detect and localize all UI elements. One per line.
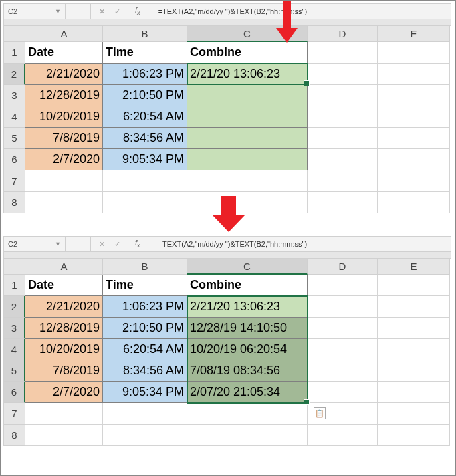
row-header[interactable]: 1 <box>4 42 25 64</box>
confirm-icon[interactable]: ✓ <box>114 240 120 249</box>
data-cell-time[interactable]: 6:20:54 AM <box>103 339 187 360</box>
row-header[interactable]: 3 <box>4 85 25 106</box>
empty-cell[interactable] <box>308 318 378 339</box>
empty-cell[interactable] <box>187 170 308 192</box>
formula-bar[interactable]: =TEXT(A2,"m/dd/yy ")&TEXT(B2,"hh:mm:ss") <box>154 7 451 15</box>
data-cell-time[interactable]: 2:10:50 PM <box>103 318 187 339</box>
row-header[interactable]: 6 <box>4 149 25 170</box>
data-cell-combine[interactable]: 2/07/20 21:05:34 <box>187 382 308 403</box>
empty-cell[interactable] <box>187 425 308 446</box>
data-cell-date[interactable]: 2/7/2020 <box>25 149 103 170</box>
name-box[interactable]: C2 ▼ <box>4 4 66 19</box>
empty-cell[interactable] <box>103 425 187 446</box>
row-header[interactable]: 8 <box>4 425 25 446</box>
cancel-icon[interactable]: ✕ <box>99 240 105 249</box>
name-box[interactable]: C2 ▼ <box>4 237 66 251</box>
empty-cell[interactable] <box>378 425 450 446</box>
row-header[interactable]: 5 <box>4 128 25 149</box>
row-header[interactable]: 2 <box>4 64 25 85</box>
empty-cell[interactable] <box>308 128 378 149</box>
empty-cell[interactable] <box>308 42 378 64</box>
data-cell-date[interactable]: 10/20/2019 <box>25 339 103 360</box>
empty-cell[interactable] <box>308 275 378 296</box>
empty-cell[interactable] <box>378 170 450 192</box>
formula-bar[interactable]: =TEXT(A2,"m/dd/yy ")&TEXT(B2,"hh:mm:ss") <box>154 240 451 248</box>
row-header[interactable]: 8 <box>4 192 25 213</box>
empty-cell[interactable] <box>308 106 378 128</box>
row-header[interactable]: 3 <box>4 318 25 339</box>
empty-cell[interactable] <box>378 360 450 382</box>
data-cell-combine[interactable] <box>187 106 308 128</box>
fx-icon[interactable]: fx <box>130 6 146 16</box>
empty-cell[interactable] <box>308 85 378 106</box>
data-cell-date[interactable]: 2/7/2020 <box>25 382 103 403</box>
col-header-c[interactable]: C <box>187 259 308 275</box>
row-header[interactable]: 5 <box>4 360 25 382</box>
empty-cell[interactable] <box>308 425 378 446</box>
data-cell-combine[interactable]: 10/20/19 06:20:54 <box>187 339 308 360</box>
cancel-icon[interactable]: ✕ <box>99 7 105 16</box>
data-cell-combine[interactable] <box>187 128 308 149</box>
data-cell-date[interactable]: 12/28/2019 <box>25 318 103 339</box>
col-header-a[interactable]: A <box>25 26 103 42</box>
col-header-e[interactable]: E <box>378 259 450 275</box>
data-cell-combine[interactable]: 12/28/19 14:10:50 <box>187 318 308 339</box>
empty-cell[interactable] <box>378 192 450 213</box>
data-cell-combine[interactable] <box>187 85 308 106</box>
data-cell-combine[interactable]: 7/08/19 08:34:56 <box>187 360 308 382</box>
empty-cell[interactable] <box>308 149 378 170</box>
empty-cell[interactable] <box>187 403 308 425</box>
row-header[interactable]: 6 <box>4 382 25 403</box>
data-cell-time[interactable]: 1:06:23 PM <box>103 64 187 85</box>
empty-cell[interactable] <box>308 360 378 382</box>
row-header[interactable]: 7 <box>4 170 25 192</box>
empty-cell[interactable] <box>25 170 103 192</box>
data-cell-combine[interactable]: 2/21/20 13:06:23 <box>187 64 308 85</box>
data-cell-time[interactable]: 2:10:50 PM <box>103 85 187 106</box>
header-cell-time[interactable]: Time <box>103 42 187 64</box>
header-cell-date[interactable]: Date <box>25 275 103 296</box>
empty-cell[interactable] <box>25 192 103 213</box>
col-header-b[interactable]: B <box>103 26 187 42</box>
select-all-corner[interactable] <box>4 259 25 275</box>
empty-cell[interactable] <box>378 296 450 318</box>
cell-grid[interactable]: A B C D E 1 Date Time Combine 2 2/21/202… <box>3 259 451 446</box>
data-cell-date[interactable]: 7/8/2019 <box>25 128 103 149</box>
header-cell-time[interactable]: Time <box>103 275 187 296</box>
data-cell-date[interactable]: 2/21/2020 <box>25 64 103 85</box>
empty-cell[interactable] <box>378 382 450 403</box>
row-header[interactable]: 7 <box>4 403 25 425</box>
data-cell-time[interactable]: 8:34:56 AM <box>103 128 187 149</box>
empty-cell[interactable] <box>308 170 378 192</box>
data-cell-combine[interactable]: 2/21/20 13:06:23 <box>187 296 308 318</box>
col-header-d[interactable]: D <box>308 26 378 42</box>
empty-cell[interactable] <box>378 275 450 296</box>
data-cell-date[interactable]: 12/28/2019 <box>25 85 103 106</box>
autofill-options-icon[interactable]: 📋 <box>314 407 326 419</box>
empty-cell[interactable] <box>378 106 450 128</box>
data-cell-time[interactable]: 6:20:54 AM <box>103 106 187 128</box>
empty-cell[interactable] <box>378 318 450 339</box>
empty-cell[interactable] <box>378 149 450 170</box>
cell-grid[interactable]: A B C D E 1 Date Time Combine 2 2/21/202… <box>3 26 451 213</box>
col-header-a[interactable]: A <box>25 259 103 275</box>
confirm-icon[interactable]: ✓ <box>114 7 120 16</box>
data-cell-time[interactable]: 9:05:34 PM <box>103 382 187 403</box>
data-cell-time[interactable]: 8:34:56 AM <box>103 360 187 382</box>
data-cell-date[interactable]: 10/20/2019 <box>25 106 103 128</box>
fx-icon[interactable]: fx <box>130 239 146 249</box>
empty-cell[interactable] <box>103 192 187 213</box>
col-header-d[interactable]: D <box>308 259 378 275</box>
empty-cell[interactable] <box>308 382 378 403</box>
empty-cell[interactable] <box>308 192 378 213</box>
empty-cell[interactable] <box>103 170 187 192</box>
header-cell-combine[interactable]: Combine <box>187 275 308 296</box>
row-header[interactable]: 4 <box>4 106 25 128</box>
data-cell-combine[interactable] <box>187 149 308 170</box>
col-header-b[interactable]: B <box>103 259 187 275</box>
row-header[interactable]: 4 <box>4 339 25 360</box>
empty-cell[interactable] <box>25 425 103 446</box>
empty-cell[interactable] <box>378 85 450 106</box>
select-all-corner[interactable] <box>4 26 25 42</box>
empty-cell[interactable] <box>308 64 378 85</box>
